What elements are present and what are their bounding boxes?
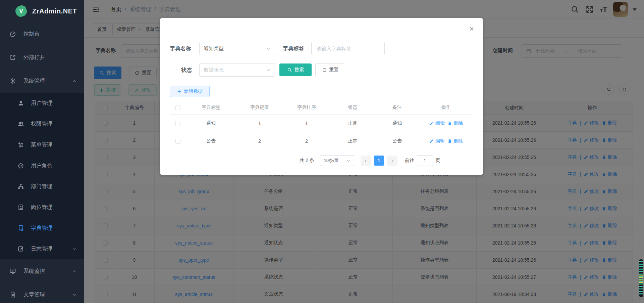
dict-data-dialog: × 字典名称 通知类型 字典标签 状态 数据状态 搜索 重置 新增数据	[160, 18, 483, 175]
trash-icon	[447, 121, 452, 126]
sidebar-item-label: 岗位管理	[31, 204, 52, 211]
sidebar-item-logs[interactable]: 日志管理	[0, 239, 84, 259]
modal-search-button[interactable]: 搜索	[279, 63, 312, 76]
header-status: 状态	[330, 101, 375, 114]
plus-icon	[177, 89, 182, 94]
sidebar-item-departments[interactable]: 部门管理	[0, 176, 84, 197]
delete-link-label: 删除	[453, 120, 463, 126]
article-icon	[9, 291, 16, 298]
header-dict-value: 字典键值	[236, 101, 283, 114]
edit-link[interactable]: 编辑	[429, 138, 445, 144]
chevron-up-icon	[72, 79, 76, 83]
modal-select-all-checkbox[interactable]	[175, 105, 180, 110]
delete-link[interactable]: 删除	[447, 120, 463, 126]
modal-dict-name-select[interactable]: 通知类型	[199, 42, 275, 55]
header-actions: 操作	[419, 101, 473, 114]
external-link-icon	[9, 54, 16, 61]
sidebar-item-articles[interactable]: 文章管理	[0, 283, 84, 303]
remark-cell: 通知	[375, 115, 419, 132]
page-number-button[interactable]: 1	[374, 156, 384, 166]
id-badge-icon	[17, 204, 24, 211]
app-root: V ZrAdmin.NET 控制台 外部打开 系统管理 用户管理	[0, 0, 644, 303]
modal-table-header-row: 字典标签 字典键值 字典排序 状态 备注 操作	[170, 101, 473, 115]
dict-value-cell: 2	[236, 132, 283, 150]
chevron-down-icon	[266, 46, 271, 51]
users-icon	[17, 121, 24, 127]
page-unit-label: 页	[436, 158, 440, 164]
chevron-down-icon	[266, 68, 271, 72]
sidebar-item-dashboard[interactable]: 控制台	[0, 22, 84, 46]
modal-status-select[interactable]: 数据状态	[199, 63, 275, 77]
modal-table-row: 通知 1 1 正常 通知 编辑 删除	[170, 115, 473, 132]
sidebar-item-positions[interactable]: 岗位管理	[0, 197, 84, 218]
sidebar-item-menus[interactable]: 菜单管理	[0, 134, 84, 155]
sidebar-item-label: 外部打开	[23, 54, 45, 61]
row-checkbox[interactable]	[175, 139, 180, 144]
add-data-button-label: 新增数据	[184, 88, 203, 94]
dict-sort-cell: 2	[283, 132, 330, 150]
select-placeholder: 数据状态	[204, 67, 224, 73]
search-icon	[287, 68, 292, 73]
chevron-down-icon	[72, 293, 76, 297]
sidebar-item-label: 日志管理	[31, 246, 52, 253]
pagination: 共 2 条 10条/页 ‹ 1 › 前往 页	[300, 155, 440, 166]
log-icon	[17, 246, 24, 252]
robot-icon	[17, 162, 24, 169]
sidebar-item-dictionary[interactable]: 字典管理	[0, 218, 84, 239]
org-tree-icon	[17, 183, 24, 190]
pencil-icon	[429, 139, 434, 143]
header-dict-sort: 字典排序	[283, 101, 330, 114]
sidebar-item-label: 字典管理	[31, 225, 52, 232]
sidebar-item-label: 权限管理	[31, 121, 52, 128]
chevron-down-icon	[72, 269, 76, 273]
sidebar-item-monitoring[interactable]: 系统监控	[0, 259, 84, 283]
goto-page-input[interactable]	[417, 155, 433, 166]
header-dict-label: 字典标签	[186, 101, 236, 114]
modal-dict-label-label: 字典标签	[283, 45, 304, 52]
trash-icon	[447, 139, 452, 143]
sidebar-item-external[interactable]: 外部打开	[0, 46, 84, 69]
app-logo[interactable]: V ZrAdmin.NET	[0, 0, 84, 22]
modal-dict-label-input[interactable]	[311, 42, 385, 55]
row-checkbox[interactable]	[175, 121, 180, 126]
scrollbar-thumb[interactable]	[639, 259, 643, 297]
modal-reset-button-label: 重置	[329, 67, 339, 73]
sidebar-item-permissions[interactable]: 权限管理	[0, 114, 84, 134]
remark-cell: 公告	[375, 132, 419, 150]
delete-link[interactable]: 删除	[447, 138, 463, 144]
monitor-icon	[9, 268, 16, 274]
add-data-button[interactable]: 新增数据	[170, 86, 210, 97]
dict-label-cell: 公告	[186, 132, 236, 150]
sidebar-item-label: 菜单管理	[31, 141, 52, 148]
header-remark: 备注	[375, 101, 419, 114]
chevron-down-icon	[346, 158, 351, 163]
header-checkbox-cell	[170, 101, 186, 114]
modal-dict-name-label: 字典名称	[170, 45, 191, 52]
edit-link-label: 编辑	[435, 120, 445, 126]
status-cell: 正常	[330, 132, 375, 150]
pencil-icon	[429, 121, 434, 126]
user-icon	[17, 100, 24, 106]
gear-icon	[9, 78, 16, 84]
sidebar-item-label: 系统监控	[23, 268, 45, 275]
sidebar-item-user-roles[interactable]: 用户角色	[0, 155, 84, 176]
modal-reset-button[interactable]: 重置	[315, 63, 345, 76]
next-page-button[interactable]: ›	[387, 156, 397, 166]
sidebar-item-users[interactable]: 用户管理	[0, 93, 84, 114]
modal-status-label: 状态	[181, 67, 192, 74]
dictionary-icon	[17, 225, 24, 231]
sidebar-item-system[interactable]: 系统管理	[0, 69, 84, 93]
sidebar: V ZrAdmin.NET 控制台 外部打开 系统管理 用户管理	[0, 0, 84, 303]
page-size-select[interactable]: 10条/页	[320, 155, 355, 166]
page-size-value: 10条/页	[324, 158, 339, 164]
dict-sort-cell: 1	[283, 115, 330, 132]
prev-page-button[interactable]: ‹	[361, 156, 371, 166]
sidebar-item-label: 用户角色	[31, 162, 52, 169]
edit-link[interactable]: 编辑	[429, 120, 445, 126]
edit-link-label: 编辑	[435, 138, 445, 144]
select-value: 通知类型	[204, 45, 224, 52]
close-icon[interactable]: ×	[469, 25, 474, 33]
app-title: ZrAdmin.NET	[32, 7, 77, 15]
pagination-total: 共 2 条	[300, 158, 314, 164]
modal-table-row: 公告 2 2 正常 公告 编辑 删除	[170, 132, 473, 150]
